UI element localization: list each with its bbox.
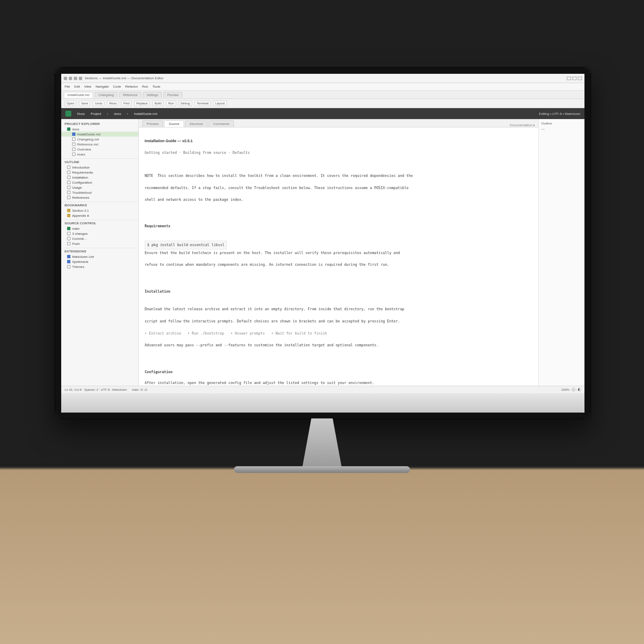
doc-code: $ pkg install build-essential libssl — [145, 241, 227, 249]
tree-item-icon — [67, 166, 70, 169]
sidebar-item[interactable]: References — [61, 195, 138, 200]
tree-item-label: Overview — [77, 148, 91, 151]
tree-item-label: Appendix A — [72, 214, 89, 218]
breadcrumb[interactable]: InstallGuide.md — [134, 112, 157, 116]
sidebar-item[interactable]: Commit… — [61, 236, 138, 241]
sidebar-item[interactable]: Index — [61, 152, 138, 157]
tree-item-icon — [67, 127, 70, 131]
menu-tools[interactable]: Tools — [153, 85, 161, 88]
tool-save[interactable]: Save — [79, 101, 90, 106]
menu-code[interactable]: Code — [113, 85, 121, 88]
sys-icon — [64, 77, 67, 80]
sidebar-item[interactable]: Markdown Lint — [61, 254, 138, 259]
sidebar-item[interactable]: InstallGuide.md — [61, 132, 138, 137]
status-bar[interactable]: Ln 42, Col 8 · Spaces: 2 · UTF-8 · Markd… — [61, 386, 584, 393]
tree-item-label: Usage — [72, 186, 82, 190]
close-button[interactable] — [578, 77, 582, 80]
tool-redo[interactable]: Redo — [107, 101, 119, 106]
monitor-frame: Sections — InstallGuide.md — Documentati… — [55, 67, 591, 419]
tool-debug[interactable]: Debug — [179, 101, 192, 106]
tree-item-icon — [67, 209, 70, 212]
breadcrumb[interactable]: docs — [114, 112, 121, 116]
screen: Sections — InstallGuide.md — Documentati… — [61, 74, 584, 393]
right-panel[interactable]: Outline — — [538, 119, 584, 386]
tool-terminal[interactable]: Terminal — [195, 101, 210, 106]
tree-item-icon — [72, 153, 75, 156]
tool-open[interactable]: Open — [65, 101, 76, 106]
sidebar-item[interactable]: 3 changes — [61, 231, 138, 236]
sidebar-item[interactable]: Section 2.1 — [61, 208, 138, 213]
sidebar-section-header[interactable]: SOURCE CONTROL — [61, 220, 138, 226]
sidebar-item[interactable]: Usage — [61, 185, 138, 190]
sidebar-item[interactable]: main — [61, 226, 138, 231]
editor-tabstrip[interactable]: InstallGuide.md Changelog Reference Sett… — [61, 91, 584, 99]
menu-run[interactable]: Run — [142, 85, 148, 88]
view-tab-structure[interactable]: Structure — [185, 120, 208, 127]
tool-find[interactable]: Find — [121, 101, 132, 106]
menu-refactor[interactable]: Refactor — [125, 85, 138, 88]
sidebar-item[interactable]: docs — [61, 127, 138, 132]
tool-run[interactable]: Run — [166, 101, 176, 106]
sidebar-item[interactable]: Configuration — [61, 180, 138, 185]
sidebar[interactable]: PROJECT EXPLORERdocsInstallGuide.mdChang… — [61, 119, 139, 386]
sidebar-section-header[interactable]: EXTENSIONS — [61, 248, 138, 254]
sidebar-item[interactable]: Themes — [61, 264, 138, 269]
tree-item-label: Section 2.1 — [72, 209, 89, 213]
editor-tab[interactable]: Changelog — [95, 92, 117, 98]
sidebar-section-header[interactable]: BOOKMARKS — [61, 202, 138, 208]
view-tab-preview[interactable]: Preview — [142, 120, 163, 127]
doc-heading: Configuration — [145, 369, 532, 374]
sidebar-item[interactable]: Push — [61, 241, 138, 246]
sidebar-item[interactable]: Changelog.md — [61, 137, 138, 142]
doc-paragraph: refuse to continue when mandatory compon… — [145, 262, 532, 267]
system-tray-icons — [64, 77, 82, 80]
status-right[interactable]: 100% · ⓘ · ◐ — [561, 388, 581, 392]
tree-item-label: Markdown Lint — [72, 255, 94, 259]
maximize-button[interactable] — [572, 77, 576, 80]
tool-replace[interactable]: Replace — [134, 101, 150, 106]
view-tab-comments[interactable]: Comments — [208, 120, 234, 127]
editor-tab[interactable]: Reference — [119, 92, 141, 98]
editor-tab[interactable]: Settings — [143, 92, 162, 98]
main-view-tabs[interactable]: Preview Source Structure Comments Docume… — [139, 119, 538, 127]
menu-view[interactable]: View — [84, 85, 91, 88]
tree-item-label: Reference.md — [77, 143, 98, 146]
status-branch[interactable]: main ↑0 ↓0 — [132, 388, 147, 392]
window-controls[interactable] — [567, 77, 582, 80]
sys-icon — [79, 77, 82, 80]
app-logo-icon — [65, 111, 71, 117]
tree-item-label: Changelog.md — [77, 138, 99, 141]
view-tab-source[interactable]: Source — [164, 120, 184, 127]
tree-item-icon — [67, 260, 70, 263]
tree-item-label: Installation — [72, 176, 88, 179]
tree-item-label: Troubleshoot — [72, 191, 91, 195]
tree-item-label: Commit… — [72, 237, 87, 241]
tool-build[interactable]: Build — [152, 101, 164, 106]
sidebar-item[interactable]: Troubleshoot — [61, 190, 138, 195]
menu-edit[interactable]: Edit — [74, 85, 80, 88]
document-body[interactable]: Installation Guide — v2.5.1 Getting star… — [139, 127, 538, 386]
minimize-button[interactable] — [567, 77, 571, 80]
app-toolbar[interactable]: Open Save Undo Redo Find Replace Build R… — [61, 99, 584, 108]
editor-tab[interactable]: Preview — [164, 92, 182, 98]
menu-file[interactable]: File — [65, 85, 70, 88]
sidebar-item[interactable]: Appendix A — [61, 213, 138, 218]
sidebar-item[interactable]: Requirements — [61, 170, 138, 175]
menu-navigate[interactable]: Navigate — [96, 85, 109, 88]
monitor-foot — [234, 466, 410, 473]
sidebar-section-header[interactable]: PROJECT EXPLORER — [61, 121, 138, 127]
tree-item-icon — [67, 265, 70, 268]
sidebar-item[interactable]: Spellcheck — [61, 259, 138, 264]
sidebar-item[interactable]: Installation — [61, 175, 138, 180]
main-pane: Preview Source Structure Comments Docume… — [139, 119, 538, 386]
sidebar-item[interactable]: Overview — [61, 147, 138, 152]
sidebar-item[interactable]: Reference.md — [61, 142, 138, 147]
breadcrumb[interactable]: Project — [91, 112, 101, 116]
editor-tab[interactable]: InstallGuide.md — [64, 92, 93, 98]
sidebar-section-header[interactable]: OUTLINE — [61, 158, 138, 165]
tool-undo[interactable]: Undo — [93, 101, 104, 106]
app-menubar[interactable]: File Edit View Navigate Code Refactor Ru… — [61, 83, 584, 91]
right-panel-toggle[interactable]: Documentation ▸ — [510, 123, 535, 127]
tool-layout[interactable]: Layout — [213, 101, 227, 106]
sidebar-item[interactable]: Introduction — [61, 165, 138, 170]
